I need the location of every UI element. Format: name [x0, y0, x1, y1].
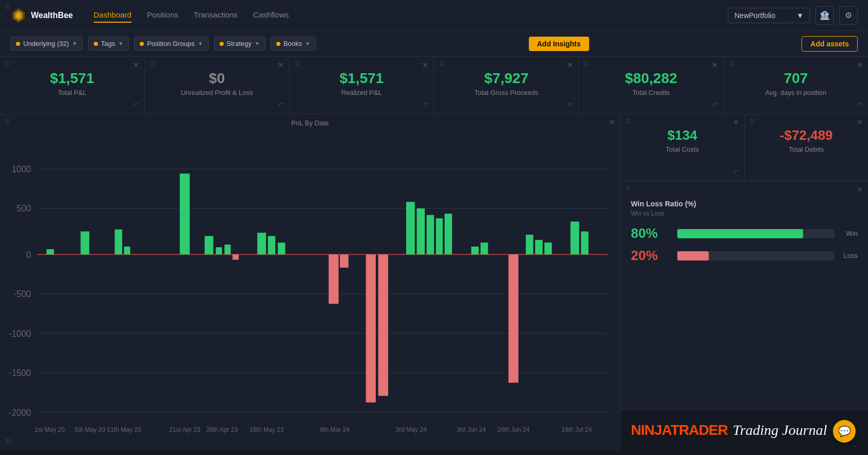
chat-button[interactable]: 💬 — [833, 420, 856, 443]
close-icon[interactable]: ✕ — [712, 61, 718, 69]
nav-dashboard[interactable]: Dashboard — [94, 8, 131, 23]
logo-icon — [10, 7, 27, 24]
stat-card-realized: ⠿ ✕ $1,571 Realized P&L ⌐ — [290, 57, 435, 113]
svg-rect-37 — [436, 218, 443, 254]
total-debits-label: Total Debits — [755, 145, 858, 153]
nav-cashflows[interactable]: Cashflows — [253, 8, 289, 23]
drag-handle[interactable]: ⠿ — [439, 61, 444, 68]
svg-rect-32 — [366, 254, 376, 402]
mini-card-costs: ⠿ ✕ $134 Total Costs ⌐ — [621, 114, 745, 181]
gross-value: $7,927 — [444, 70, 568, 87]
svg-rect-36 — [427, 215, 434, 255]
drag-handle[interactable]: ⠿ — [729, 61, 733, 68]
close-icon[interactable]: ✕ — [567, 61, 573, 69]
close-icon[interactable]: ✕ — [857, 61, 863, 69]
svg-rect-44 — [544, 242, 552, 254]
position-groups-label: Position Groups — [147, 40, 195, 47]
svg-text:1000: 1000 — [12, 164, 31, 174]
svg-rect-18 — [46, 249, 54, 254]
loss-bar — [677, 251, 709, 261]
add-insights-button[interactable]: Add Insights — [529, 37, 589, 51]
books-filter[interactable]: Books ▼ — [271, 37, 316, 51]
card-corner-icon: ⌐ — [278, 99, 284, 109]
stat-card-gross: ⠿ ✕ $7,927 Total Gross Proceeds ⌐ — [434, 57, 579, 113]
logo-area: WealthBee — [10, 7, 73, 24]
drag-handle[interactable]: ⠿ — [5, 61, 10, 68]
chart-drag-handle[interactable]: ⠿ — [5, 118, 10, 125]
loss-row: 20% Loss — [631, 248, 858, 264]
right-panels: ⠿ ✕ $134 Total Costs ⌐ ⠿ ✕ -$72,489 Tota… — [621, 114, 868, 450]
svg-rect-30 — [329, 254, 339, 304]
promo-trading-text: Trading Journal — [733, 422, 827, 438]
gross-label: Total Gross Proceeds — [444, 89, 568, 96]
close-icon[interactable]: ✕ — [857, 185, 863, 193]
credits-value: $80,282 — [589, 70, 713, 87]
svg-rect-46 — [581, 232, 588, 255]
drag-handle[interactable]: ⠿ — [150, 61, 155, 68]
svg-rect-41 — [508, 254, 518, 383]
svg-rect-20 — [115, 230, 122, 254]
nav-transactions[interactable]: Transactions — [194, 8, 238, 23]
drag-handle[interactable]: ⠿ — [626, 185, 630, 192]
realized-label: Realized P&L — [300, 89, 424, 96]
nav-positions[interactable]: Positions — [147, 8, 178, 23]
drag-handle[interactable]: ⠿ — [584, 61, 589, 68]
avg-days-value: 707 — [734, 70, 858, 87]
promo-ninja-text: NINJATRADER — [631, 422, 728, 438]
svg-rect-42 — [526, 235, 533, 254]
drag-handle[interactable]: ⠿ — [750, 118, 755, 125]
header-right: NewPortfolio ▼ 🏦 ⚙ — [728, 6, 858, 25]
strategy-chevron: ▼ — [255, 41, 260, 46]
position-groups-filter[interactable]: Position Groups ▼ — [134, 37, 208, 51]
drag-handle[interactable]: ⠿ — [295, 61, 299, 68]
unrealized-label: Unrealized Profit & Loss — [155, 89, 279, 96]
portfolio-select[interactable]: NewPortfolio ▼ — [728, 8, 810, 23]
close-icon[interactable]: ✕ — [857, 118, 863, 126]
tags-filter[interactable]: Tags ▼ — [88, 37, 129, 51]
svg-rect-22 — [180, 173, 190, 254]
unrealized-value: $0 — [155, 70, 279, 87]
strategy-filter[interactable]: Strategy ▼ — [214, 37, 265, 51]
total-costs-label: Total Costs — [631, 145, 734, 153]
filter-bar: Underlying (32) ▼ Tags ▼ Position Groups… — [0, 31, 868, 57]
close-icon[interactable]: ✕ — [278, 61, 284, 69]
svg-rect-24 — [216, 247, 222, 254]
add-assets-button[interactable]: Add assets — [802, 36, 858, 52]
close-icon[interactable]: ✕ — [422, 61, 428, 69]
svg-text:8th Mar 24: 8th Mar 24 — [320, 426, 350, 433]
svg-text:11th May 20: 11th May 20 — [107, 426, 141, 433]
drag-handle[interactable]: ⠿ — [626, 118, 630, 125]
chart-area: ⠿ PnL By Date ✕ 1000 500 0 -500 — [0, 114, 621, 450]
win-label: Win — [840, 230, 858, 237]
card-corner-icon: ⌐ — [713, 99, 719, 109]
underlying-chevron: ▼ — [72, 41, 77, 46]
svg-rect-26 — [232, 254, 239, 259]
close-icon[interactable]: ✕ — [733, 118, 739, 126]
underlying-filter[interactable]: Underlying (32) ▼ — [10, 37, 83, 51]
stat-card-unrealized: ⠿ ✕ $0 Unrealized Profit & Loss ⌐ — [145, 57, 290, 113]
svg-rect-39 — [471, 247, 478, 254]
page-number: 30 — [5, 438, 12, 445]
strategy-label: Strategy — [227, 40, 252, 47]
pg-chevron: ▼ — [198, 41, 203, 46]
pnl-chart-svg: 1000 500 0 -500 -1000 -1500 -2000 — [0, 129, 620, 445]
card-corner-icon: ⌐ — [733, 166, 739, 176]
total-pnl-value: $1,571 — [10, 70, 134, 87]
main-content: ⠿ ✕ $1,571 Total P&L ⌐ ⠿ ✕ $0 Unrealized… — [0, 57, 868, 455]
chat-icon: 💬 — [838, 425, 851, 437]
card-corner-icon: ⌐ — [854, 442, 858, 450]
chart-close-icon[interactable]: ✕ — [609, 118, 615, 126]
portfolio-select-value: NewPortfolio — [735, 11, 775, 20]
card-corner-icon: ⌐ — [568, 99, 574, 109]
svg-text:24th Jun 24: 24th Jun 24 — [497, 426, 530, 433]
svg-rect-23 — [205, 236, 213, 255]
header: WealthBee Dashboard Positions Transactio… — [0, 0, 868, 31]
settings-icon-button[interactable]: ⚙ — [839, 6, 858, 25]
bank-icon-button[interactable]: 🏦 — [815, 6, 834, 25]
svg-rect-21 — [124, 247, 130, 254]
total-debits-value: -$72,489 — [755, 127, 858, 143]
win-loss-subtitle: Win vs Loss — [631, 210, 858, 217]
books-label: Books — [283, 40, 302, 47]
loss-label: Loss — [840, 252, 858, 259]
close-icon[interactable]: ✕ — [133, 61, 139, 69]
